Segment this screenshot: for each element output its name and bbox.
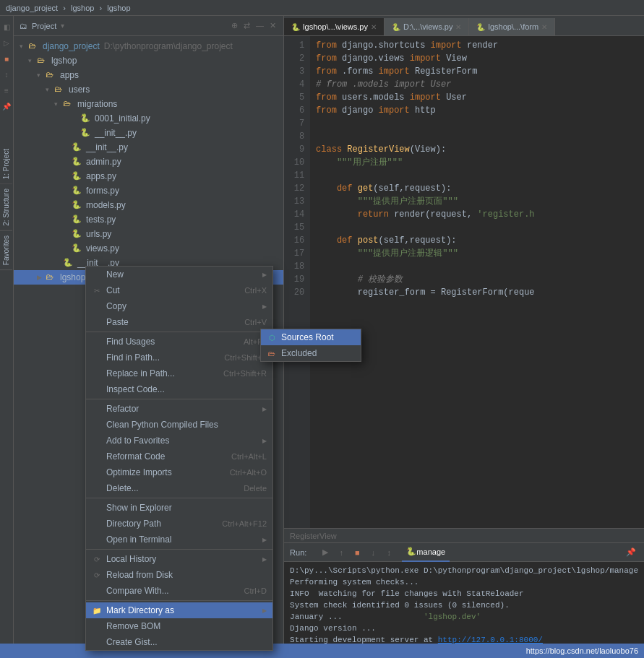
- breadcrumb-part3[interactable]: lgshop: [107, 4, 130, 12]
- menu-item-compare[interactable]: Compare With... Ctrl+D: [86, 583, 272, 599]
- menu-shortcut-optimize: Ctrl+Alt+O: [230, 468, 267, 477]
- tab-close-form[interactable]: ✕: [541, 23, 547, 31]
- run-restart-btn[interactable]: ▶: [318, 545, 332, 560]
- tree-item-init2[interactable]: ▶ 🐍 __init__.py: [14, 140, 283, 155]
- submenu-item-excluded[interactable]: 🗁 Excluded: [261, 345, 361, 361]
- tree-label: apps.py: [86, 171, 116, 181]
- menu-item-cut[interactable]: ✂ Cut Ctrl+X: [86, 282, 272, 298]
- tree-item-admin[interactable]: ▶ 🐍 admin.py: [14, 155, 283, 169]
- code-line-17: """提供用户注册逻辑""": [316, 247, 638, 260]
- panel-icon-gear[interactable]: ⊕: [230, 20, 239, 32]
- menu-item-creategist[interactable]: Create Gist...: [86, 634, 272, 650]
- left-icon-5[interactable]: 📌: [0, 100, 13, 113]
- menu-item-cleanpyc[interactable]: Clean Python Compiled Files: [86, 417, 272, 433]
- menu-item-removebom[interactable]: Remove BOM: [86, 618, 272, 634]
- menu-item-reformat[interactable]: Reformat Code Ctrl+Alt+L: [86, 449, 272, 464]
- code-line-13: """提供用户注册页面""": [316, 195, 638, 208]
- tree-item-tests[interactable]: ▶ 🐍 tests.py: [14, 212, 283, 227]
- folder-icon: 🗁: [46, 272, 57, 282]
- left-icon-3[interactable]: ↕: [0, 68, 13, 81]
- menu-item-findusages[interactable]: Find Usages Alt+F7: [86, 334, 272, 350]
- tree-item-urls[interactable]: ▶ 🐍 urls.py: [14, 227, 283, 241]
- menu-item-paste[interactable]: Paste Ctrl+V: [86, 314, 272, 330]
- run-tab-manage[interactable]: 🐍 manage: [402, 543, 450, 562]
- run-scroll-btn[interactable]: ↕: [382, 545, 396, 560]
- tree-item-apps-py[interactable]: ▶ 🐍 apps.py: [14, 169, 283, 183]
- menu-item-refactor[interactable]: Refactor: [86, 401, 272, 417]
- run-up-btn[interactable]: ↑: [334, 545, 348, 560]
- run-down-btn[interactable]: ↓: [366, 545, 380, 560]
- tree-label: apps: [60, 70, 79, 80]
- menu-icon-removebom: [92, 621, 102, 631]
- left-icon-stop[interactable]: ■: [0, 52, 13, 65]
- menu-item-optimize[interactable]: Optimize Imports Ctrl+Alt+O: [86, 464, 272, 480]
- vertical-tab-project[interactable]: 1: Project: [0, 144, 12, 184]
- menu-sep-3: [86, 498, 272, 498]
- sources-root-icon: ⬡: [267, 332, 277, 342]
- menu-item-copy[interactable]: Copy: [86, 298, 272, 314]
- tree-label: users: [69, 85, 90, 95]
- tab-close-dviews[interactable]: ✕: [455, 23, 461, 31]
- menu-item-favorites[interactable]: Add to Favorites: [86, 433, 272, 449]
- py-icon: 🐍: [72, 142, 83, 152]
- menu-label-refactor: Refactor: [106, 404, 139, 414]
- submenu-item-sourcesroot[interactable]: ⬡ Sources Root: [261, 329, 361, 345]
- code-line-11: [316, 169, 638, 182]
- left-icon-4[interactable]: ≡: [0, 84, 13, 97]
- code-line-16: def post(self,request):: [316, 234, 638, 247]
- menu-label-inspect: Inspect Code...: [106, 384, 165, 394]
- left-side-icons: ◧ ▷ ■ ↕ ≡ 📌: [0, 16, 14, 658]
- menu-item-terminal[interactable]: Open in Terminal: [86, 532, 272, 547]
- editor-tab-form[interactable]: 🐍 lgshop\...\form ✕: [469, 18, 555, 35]
- tree-item-models[interactable]: ▶ 🐍 models.py: [14, 198, 283, 212]
- panel-dropdown[interactable]: ▾: [61, 22, 64, 30]
- py-icon: 🐍: [72, 200, 83, 210]
- panel-icon-minus[interactable]: —: [254, 20, 265, 32]
- menu-sep-1: [86, 332, 272, 332]
- line-numbers: 1234 5678 9101112 13141516 17181920: [284, 36, 310, 528]
- tree-item-lgshop1[interactable]: ▾ 🗁 lgshop: [14, 53, 283, 68]
- menu-label-new: New: [106, 269, 124, 280]
- left-icon-2[interactable]: ▷: [0, 36, 13, 49]
- menu-item-reload[interactable]: ⟳ Reload from Disk: [86, 567, 272, 583]
- tree-item-migrations[interactable]: ▾ 🗁 migrations: [14, 97, 283, 111]
- menu-sep-2: [86, 399, 272, 399]
- menu-label-cut: Cut: [106, 285, 120, 295]
- editor-tab-dviews[interactable]: 🐍 D:\...\views.py ✕: [385, 18, 469, 35]
- tree-item-views[interactable]: ▶ 🐍 views.py: [14, 241, 283, 256]
- tree-item-django-project[interactable]: ▾ 🗁 django_project D:\pythonprogram\djan…: [14, 39, 283, 53]
- tree-arrow: ▾: [54, 100, 63, 108]
- menu-label-dirpath: Directory Path: [106, 519, 161, 529]
- code-line-6: from django import http: [316, 104, 638, 117]
- panel-icon-sync[interactable]: ⇄: [242, 20, 252, 32]
- tab-close-views[interactable]: ✕: [371, 23, 377, 31]
- run-pin-btn[interactable]: 📌: [624, 545, 638, 560]
- tree-item-init1[interactable]: ▶ 🐍 __init__.py: [14, 126, 283, 140]
- tree-item-0001[interactable]: ▶ 🐍 0001_initial.py: [14, 111, 283, 126]
- menu-item-markdir[interactable]: 📁 Mark Directory as: [86, 602, 272, 618]
- panel-icon-close[interactable]: ✕: [268, 20, 278, 32]
- vertical-tab-favorites[interactable]: Favorites: [0, 231, 12, 270]
- tree-item-users[interactable]: ▾ 🗁 users: [14, 82, 283, 97]
- menu-item-new[interactable]: New: [86, 267, 272, 282]
- run-stop-btn[interactable]: ■: [350, 545, 364, 560]
- breadcrumb-part1[interactable]: django_project: [6, 4, 58, 12]
- run-line-6: January ... 'lgshop.dev': [290, 611, 638, 623]
- status-right: https://blog.csdn.net/laoluobo76: [526, 646, 638, 655]
- tree-item-apps[interactable]: ▾ 🗁 apps: [14, 68, 283, 82]
- menu-item-localhistory[interactable]: ⟳ Local History: [86, 551, 272, 567]
- left-icon-1[interactable]: ◧: [0, 20, 13, 33]
- menu-item-findinpath[interactable]: Find in Path... Ctrl+Shift+F: [86, 350, 272, 365]
- code-content[interactable]: from django.shortcuts import render from…: [310, 36, 644, 528]
- vertical-tab-structure[interactable]: 2: Structure: [0, 184, 12, 231]
- menu-item-showinexplorer[interactable]: Show in Explorer: [86, 500, 272, 516]
- menu-sep-4: [86, 549, 272, 550]
- editor-tabs: 🐍 lgshop\...\views.py ✕ 🐍 D:\...\views.p…: [284, 16, 644, 36]
- tree-item-forms[interactable]: ▶ 🐍 forms.py: [14, 183, 283, 198]
- breadcrumb-part2[interactable]: lgshop: [71, 4, 94, 12]
- menu-item-replaceinpath[interactable]: Replace in Path... Ctrl+Shift+R: [86, 365, 272, 381]
- menu-item-dirpath[interactable]: Directory Path Ctrl+Alt+F12: [86, 516, 272, 532]
- editor-tab-views[interactable]: 🐍 lgshop\...\views.py ✕: [284, 18, 385, 35]
- menu-item-delete[interactable]: Delete... Delete: [86, 480, 272, 496]
- menu-item-inspect[interactable]: Inspect Code...: [86, 381, 272, 397]
